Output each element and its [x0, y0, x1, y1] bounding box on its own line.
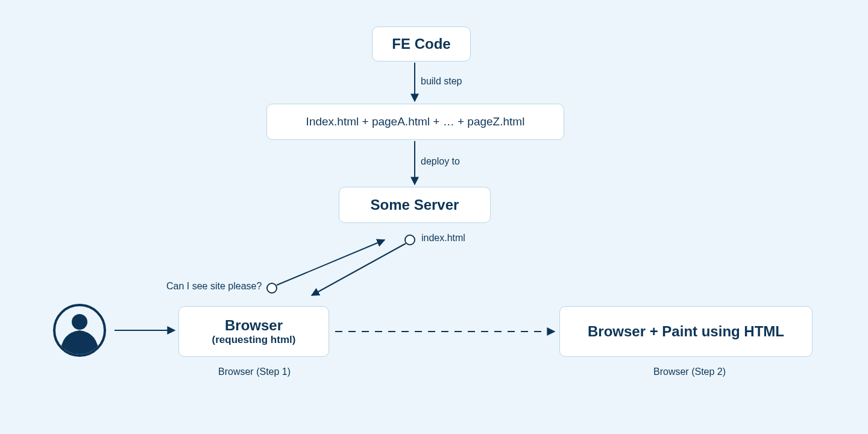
caption-step2: Browser (Step 2)	[653, 366, 726, 377]
edge-label-request: Can I see site please?	[166, 281, 262, 292]
arrow-request	[277, 240, 385, 285]
node-fe-code-label: FE Code	[392, 36, 450, 52]
arrow-response	[312, 244, 406, 295]
edge-label-build-step: build step	[421, 76, 462, 87]
edge-label-deploy-to: deploy to	[421, 156, 460, 167]
user-icon	[54, 305, 105, 362]
caption-step1: Browser (Step 1)	[218, 366, 291, 377]
node-pages: Index.html + pageA.html + … + pageZ.html	[266, 104, 564, 140]
response-origin-dot	[405, 235, 415, 245]
request-origin-dot	[267, 283, 277, 293]
node-browser2-label: Browser + Paint using HTML	[588, 323, 784, 340]
node-browser1-line1: Browser	[225, 317, 283, 334]
node-browser1-line2: (requesting html)	[212, 334, 296, 346]
svg-point-0	[54, 305, 105, 356]
node-browser-step2: Browser + Paint using HTML	[559, 306, 813, 357]
node-pages-label: Index.html + pageA.html + … + pageZ.html	[306, 115, 525, 128]
svg-point-1	[72, 314, 87, 330]
node-server-label: Some Server	[371, 197, 459, 213]
node-server: Some Server	[339, 187, 491, 223]
node-browser-step1: Browser (requesting html)	[178, 306, 329, 357]
edge-label-response: index.html	[421, 233, 465, 244]
node-fe-code: FE Code	[372, 27, 471, 61]
